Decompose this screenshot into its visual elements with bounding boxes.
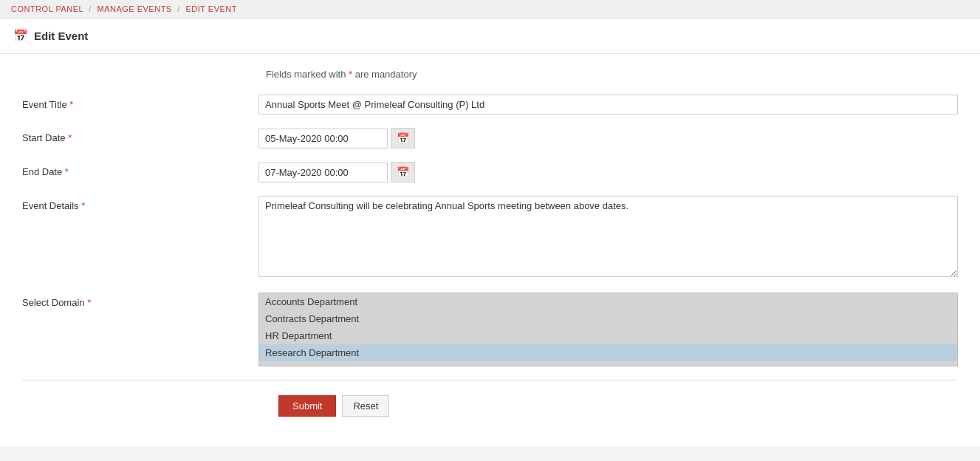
breadcrumb-sep1: / [89,4,92,13]
list-item[interactable]: HR Department [259,327,957,344]
list-item[interactable]: Contracts Department [259,310,957,327]
start-date-wrapper: 📅 [258,128,958,148]
form-container: Fields marked with * are mandatory Event… [0,54,980,446]
edit-event-icon: 📅 [13,29,28,43]
end-date-label: End Date * [22,162,258,177]
start-date-label: Start Date * [22,128,258,143]
breadcrumb-sep2: / [177,4,180,13]
domain-field: Accounts DepartmentContracts DepartmentH… [258,293,958,366]
end-date-field: 📅 [258,162,958,182]
divider [22,380,958,380]
start-date-row: Start Date * 📅 [22,128,958,148]
mandatory-note: Fields marked with * are mandatory [22,69,958,80]
submit-button[interactable]: Submit [278,395,336,417]
event-title-input[interactable] [258,95,958,115]
list-item[interactable]: Research Department [259,344,957,361]
end-date-wrapper: 📅 [258,162,958,182]
event-title-label: Event Title * [22,95,258,110]
list-item[interactable]: Accounts Department [259,293,957,310]
end-date-input[interactable] [258,163,388,182]
event-details-row: Event Details * [22,196,958,279]
end-date-row: End Date * 📅 [22,162,958,182]
reset-button[interactable]: Reset [342,395,389,417]
breadcrumb-part1: CONTROL PANEL [11,4,83,13]
event-details-field [258,196,958,279]
select-domain-label: Select Domain * [22,293,258,308]
event-details-input[interactable] [258,196,958,277]
list-item[interactable]: Sales Department [259,361,957,366]
breadcrumb-part2: MANAGE EVENTS [97,4,171,13]
event-title-field [258,95,958,115]
start-date-input[interactable] [258,129,388,148]
breadcrumb-part3: EDIT EVENT [185,4,237,13]
end-date-calendar-button[interactable]: 📅 [391,162,415,182]
event-title-row: Event Title * [22,95,958,115]
event-details-label: Event Details * [22,196,258,211]
breadcrumb: CONTROL PANEL / MANAGE EVENTS / EDIT EVE… [0,0,980,18]
select-domain-row: Select Domain * Accounts DepartmentContr… [22,293,958,366]
start-date-calendar-button[interactable]: 📅 [391,128,415,148]
domain-list: Accounts DepartmentContracts DepartmentH… [259,293,957,366]
page-title: Edit Event [34,30,88,42]
domain-list-container[interactable]: Accounts DepartmentContracts DepartmentH… [258,293,958,366]
page-header: 📅 Edit Event [0,18,980,54]
button-row: Submit Reset [22,395,958,431]
start-date-field: 📅 [258,128,958,148]
